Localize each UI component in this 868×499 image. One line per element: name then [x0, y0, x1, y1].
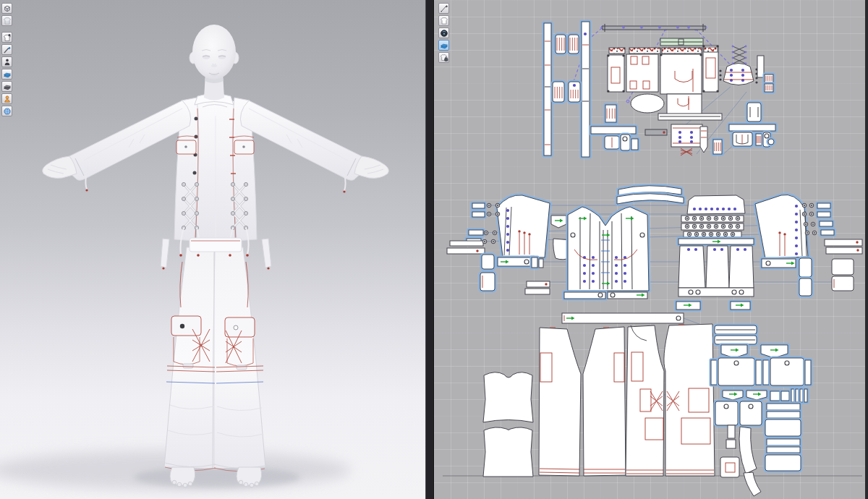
panel-flaps[interactable]: [626, 54, 658, 92]
tab-small[interactable]: [765, 74, 773, 82]
bar-small[interactable]: [796, 389, 799, 402]
pants-front-right[interactable]: [583, 327, 626, 476]
back-yoke[interactable]: [687, 195, 745, 214]
panel-pocket-curve[interactable]: [660, 54, 702, 94]
viewport-2d[interactable]: [434, 0, 868, 499]
tab-small[interactable]: [539, 259, 543, 268]
gusset[interactable]: [711, 360, 717, 385]
avatar-head[interactable]: [190, 25, 239, 101]
tab-strip[interactable]: [820, 221, 833, 226]
pocket-strip[interactable]: [715, 336, 757, 344]
pocket-flap[interactable]: [746, 391, 767, 400]
bar-piece[interactable]: [728, 425, 735, 438]
strip[interactable]: [591, 127, 636, 134]
texture-brush-button[interactable]: [1, 44, 12, 55]
bar-small[interactable]: [791, 389, 794, 402]
tab-small[interactable]: [569, 82, 580, 102]
collar-band[interactable]: [617, 194, 684, 204]
green-strip[interactable]: [660, 38, 703, 46]
avatar-skin-button[interactable]: [1, 93, 12, 104]
gusset[interactable]: [763, 360, 769, 385]
square-small[interactable]: [832, 276, 854, 291]
flap-piece[interactable]: [551, 216, 566, 228]
pocket-strip[interactable]: [715, 325, 757, 334]
grommet-strip[interactable]: [681, 216, 744, 222]
laced-pouch[interactable]: [719, 46, 757, 85]
render-style-button[interactable]: [1, 3, 12, 14]
tab-strip[interactable]: [472, 203, 485, 208]
cargo-pocket[interactable]: [718, 358, 754, 385]
grommet-strip[interactable]: [684, 231, 741, 237]
cuff-strip[interactable]: [498, 257, 534, 266]
cargo-pocket[interactable]: [715, 401, 738, 425]
print-strip[interactable]: [629, 48, 660, 54]
tab-small[interactable]: [765, 84, 773, 92]
strip[interactable]: [731, 302, 750, 310]
edit-pattern-pen-button[interactable]: [438, 3, 449, 14]
strap-long-1[interactable]: [544, 23, 551, 155]
strip-gray[interactable]: [645, 129, 667, 135]
bar-small[interactable]: [804, 389, 807, 402]
environment-globe-button[interactable]: [1, 106, 12, 116]
fabric-blue-button[interactable]: [1, 69, 12, 80]
panel-small[interactable]: [667, 94, 702, 114]
tab-small[interactable]: [553, 82, 564, 102]
tab-small[interactable]: [605, 136, 619, 149]
cargo-pocket[interactable]: [770, 358, 804, 385]
tab-small[interactable]: [605, 105, 616, 122]
cargo-pocket[interactable]: [740, 401, 762, 425]
button-panel[interactable]: [671, 124, 702, 155]
strap-long-2[interactable]: [582, 22, 590, 157]
pocket-strip[interactable]: [767, 447, 800, 453]
sleeve-right[interactable]: [755, 195, 808, 258]
gusset[interactable]: [805, 360, 811, 385]
tab-small[interactable]: [713, 140, 722, 154]
sleeve-left[interactable]: [497, 195, 550, 257]
show-garment-button[interactable]: [438, 15, 449, 26]
drawstring-tape[interactable]: [603, 24, 705, 32]
cargo-pocket[interactable]: [765, 419, 801, 436]
tab-small[interactable]: [556, 35, 566, 54]
pocket-bag[interactable]: [720, 457, 739, 477]
oval-piece[interactable]: [631, 94, 664, 113]
tab-small[interactable]: [631, 139, 638, 150]
pants-front-left[interactable]: [539, 328, 581, 476]
lock-pattern-button[interactable]: [438, 52, 449, 63]
tab-small[interactable]: [532, 257, 537, 268]
grommet-strip[interactable]: [681, 223, 744, 230]
pocket-strip[interactable]: [767, 439, 800, 445]
pants-back-left[interactable]: [626, 325, 664, 476]
bar-small[interactable]: [800, 389, 803, 402]
strip[interactable]: [525, 289, 550, 294]
fabric-view-button[interactable]: [438, 40, 449, 51]
pocket-flap[interactable]: [761, 345, 788, 358]
square-small[interactable]: [482, 255, 494, 269]
curved-facing[interactable]: [739, 427, 757, 474]
cuff-strip[interactable]: [762, 259, 796, 268]
strip[interactable]: [527, 281, 550, 287]
print-strip[interactable]: [704, 47, 718, 52]
show-avatar-button[interactable]: [1, 56, 12, 67]
tab-strip[interactable]: [472, 212, 485, 217]
panel-divider[interactable]: [425, 0, 434, 499]
pants-back-right[interactable]: [664, 324, 715, 476]
square-small[interactable]: [832, 259, 854, 275]
pocket-strip[interactable]: [767, 404, 800, 410]
tab-small[interactable]: [756, 134, 762, 145]
print-strip[interactable]: [662, 48, 702, 54]
skirt-panel[interactable]: [706, 246, 729, 288]
pattern-canvas[interactable]: [434, 0, 868, 499]
strip[interactable]: [564, 292, 605, 299]
strip[interactable]: [658, 114, 722, 120]
garment-wireframe-button[interactable]: [1, 15, 12, 26]
tab-strip[interactable]: [825, 239, 862, 246]
square-small[interactable]: [799, 258, 812, 277]
strip[interactable]: [676, 302, 700, 310]
hem-band[interactable]: [678, 288, 754, 297]
tab-strip[interactable]: [817, 203, 830, 208]
strip[interactable]: [608, 292, 647, 299]
avatar-pants[interactable]: [164, 247, 265, 472]
button-piece[interactable]: [768, 139, 774, 145]
waist-band[interactable]: [678, 239, 754, 244]
tab-strip[interactable]: [469, 230, 483, 235]
